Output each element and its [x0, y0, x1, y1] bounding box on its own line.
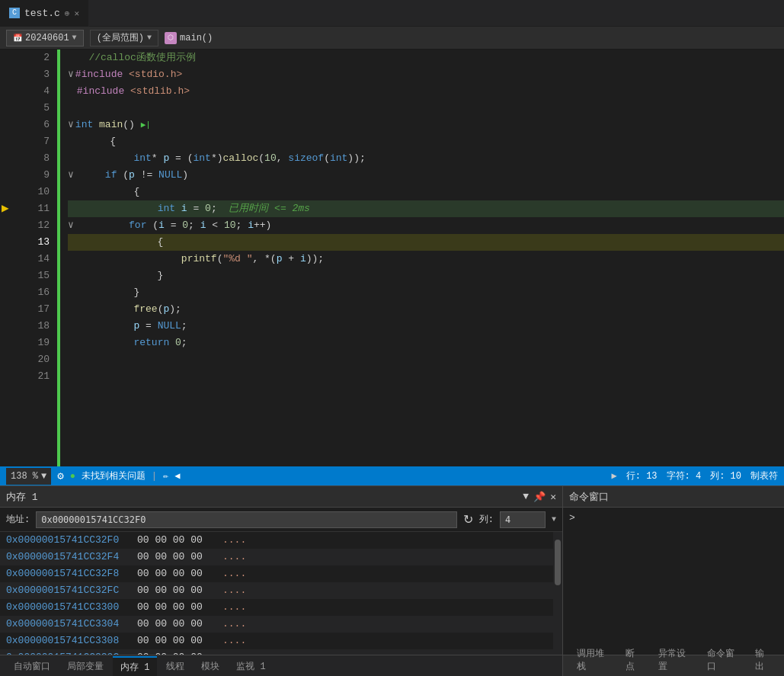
num-0-19: 0: [175, 335, 181, 351]
sp9: [75, 167, 105, 184]
col-input[interactable]: [500, 511, 546, 528]
code-line-16: }: [68, 284, 784, 301]
s14d: ));: [306, 251, 324, 268]
fold-space: [68, 50, 85, 66]
kw-null18: NULL: [158, 318, 181, 335]
col-input-arrow: ▼: [552, 515, 556, 524]
code-line-9: ∨ if ( p != NULL ): [68, 167, 784, 184]
tab-bar: C test.c ⊕ ✕: [0, 0, 784, 27]
s8f: (: [324, 150, 330, 167]
tab-label: test.c: [24, 8, 60, 19]
mem-bytes-1: 00 00 00 00: [137, 549, 213, 565]
line-num-16: 16: [15, 284, 50, 301]
var-i12b: i: [200, 217, 206, 234]
dropdown-arrow-icon[interactable]: ▼: [523, 491, 529, 502]
brace10: {: [86, 184, 139, 200]
line-num-5: 5: [15, 100, 50, 117]
s17b: );: [169, 301, 181, 318]
status-col: 列: 10: [710, 469, 741, 482]
close-panel-button[interactable]: ✕: [550, 491, 556, 503]
memory-row-1: 0x00000015741CC32F4 00 00 00 00 ....: [0, 549, 553, 565]
code-text-4b: <stdlib.h>: [130, 83, 190, 100]
mem-addr-6: 0x00000015741CC3308: [6, 633, 128, 649]
memory-table[interactable]: 0x00000015741CC32F0 00 00 00 00 .... 0x0…: [0, 532, 553, 655]
addr-input[interactable]: [36, 511, 457, 528]
fold-arrow-9[interactable]: ∨: [68, 167, 74, 184]
line-num-21: 21: [15, 368, 50, 385]
debug-tab-callstack[interactable]: 调用堆栈: [569, 644, 615, 676]
mem-addr-3: 0x00000015741CC32FC: [6, 582, 128, 599]
line-num-18: 18: [15, 318, 50, 335]
breadcrumb-func[interactable]: ⬡ main(): [165, 32, 213, 44]
cmd-titlebar: 命令窗口: [563, 486, 784, 508]
line-num-11: 11: [15, 200, 50, 217]
code-line-8: int * p = ( int *) calloc ( 10 , sizeof …: [68, 150, 784, 167]
mem-ascii-5: ....: [222, 616, 246, 633]
code-editor[interactable]: //calloc函数使用示例 ∨ #include <stdio.h> #inc…: [60, 50, 784, 466]
memory-row-3: 0x00000015741CC32FC 00 00 00 00 ....: [0, 582, 553, 599]
fold-arrow-3[interactable]: ∨: [68, 66, 74, 83]
mem-bytes-5: 00 00 00 00: [137, 616, 213, 633]
tab-watch1[interactable]: 监视 1: [229, 656, 273, 676]
sp19: [86, 335, 133, 351]
mem-addr-1: 0x00000015741CC32F4: [6, 549, 128, 565]
debug-tab-output[interactable]: 输出: [747, 644, 778, 676]
debug-tab-exceptions[interactable]: 异常设置: [651, 644, 696, 676]
cmd-prompt: >: [569, 512, 575, 524]
code-text-3a: #include: [75, 66, 129, 83]
code-line-4: #include <stdlib.h>: [68, 83, 784, 100]
breadcrumb-scope[interactable]: (全局范围) ▼: [90, 30, 158, 46]
s12c: ;: [188, 217, 200, 234]
line-num-19: 19: [15, 335, 50, 351]
cmd-content[interactable]: >: [563, 508, 784, 655]
num-10-12: 10: [224, 217, 236, 234]
s11b: =: [187, 200, 205, 217]
debug-tabs: 调用堆栈 断点 异常设置 命令窗口 输出: [563, 655, 784, 676]
var-p9: p: [129, 167, 135, 184]
s11c: ;: [211, 200, 229, 217]
memory-panel-title: 内存 1: [6, 490, 38, 504]
breadcrumb-func-value: main(): [180, 33, 213, 43]
var-p17: p: [163, 301, 169, 318]
s19b: ;: [181, 335, 187, 351]
tab-test-c[interactable]: C test.c ⊕ ✕: [0, 0, 89, 27]
tab-threads[interactable]: 线程: [158, 656, 192, 676]
function-icon: ⬡: [165, 32, 177, 44]
mem-addr-5: 0x00000015741CC3304: [6, 616, 128, 633]
debug-tab-breakpoints[interactable]: 断点: [618, 644, 648, 676]
sp11: [86, 200, 158, 217]
tab-locals[interactable]: 局部变量: [59, 656, 111, 676]
str-fmt: "%d ": [222, 251, 252, 268]
s18a: =: [139, 318, 157, 335]
tab-auto-window[interactable]: 自动窗口: [6, 656, 58, 676]
kw-int8c: int: [330, 150, 347, 167]
breadcrumb-bar: 📅 20240601 ▼ (全局范围) ▼ ⬡ main(): [0, 27, 784, 50]
s12b: =: [165, 217, 182, 234]
debug-tab-command[interactable]: 命令窗口: [699, 644, 745, 676]
code-line-15: }: [68, 268, 784, 284]
tab-close-button[interactable]: ✕: [74, 8, 79, 18]
bottom-panels: 内存 1 ▼ 📌 ✕ 地址: ↻ 列: ▼ 0x00000015741CC32F…: [0, 485, 784, 676]
code-line-6: ∨ int main () ▶|: [68, 117, 784, 133]
breadcrumb-date[interactable]: 📅 20240601 ▼: [6, 30, 84, 46]
tab-modules[interactable]: 模块: [194, 656, 227, 676]
s12d: <: [206, 217, 224, 234]
status-line: 行: 13: [626, 469, 658, 482]
kw-null: NULL: [158, 167, 182, 184]
var-i12c: i: [248, 217, 254, 234]
refresh-button[interactable]: ↻: [463, 512, 473, 527]
num-0-11: 0: [205, 200, 211, 217]
fn-main: main: [99, 117, 123, 133]
mem-ascii-1: ....: [222, 549, 246, 565]
pin-icon[interactable]: 📌: [533, 491, 546, 503]
scrollbar-thumb[interactable]: [555, 540, 561, 585]
zoom-level[interactable]: 138 % ▼: [6, 468, 51, 485]
fold-arrow-6[interactable]: ∨: [68, 117, 74, 133]
memory-row-0: 0x00000015741CC32F0 00 00 00 00 ....: [0, 532, 553, 549]
fold-arrow-12[interactable]: ∨: [68, 217, 74, 234]
tab-memory1[interactable]: 内存 1: [113, 656, 157, 676]
code-line-10: {: [68, 184, 784, 200]
activity-icon: ⚙: [57, 469, 63, 482]
sp17: [86, 301, 133, 318]
memory-scrollbar[interactable]: [553, 532, 562, 655]
